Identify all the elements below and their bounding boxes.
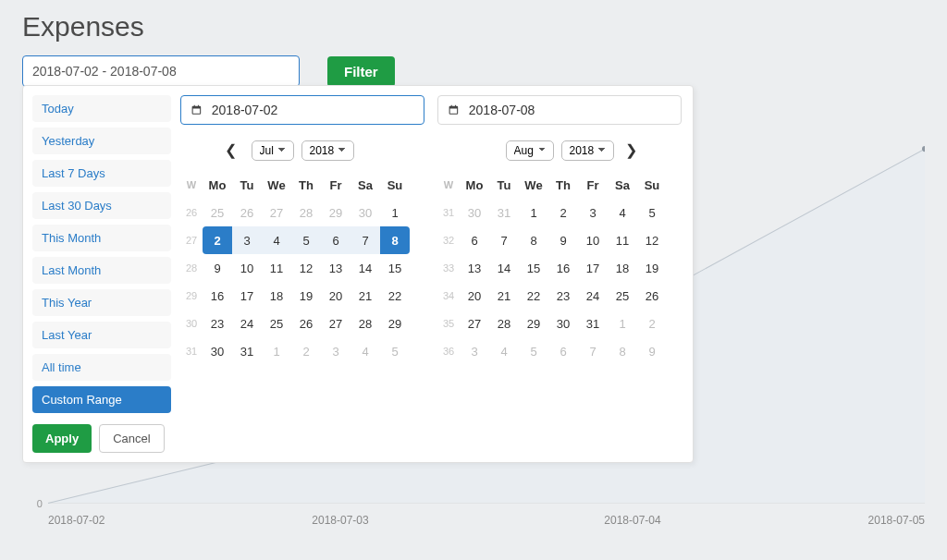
calendar-day[interactable]: 27 — [321, 310, 351, 337]
calendar-day[interactable]: 6 — [548, 337, 578, 365]
calendar-day[interactable]: 16 — [548, 254, 578, 282]
calendar-day[interactable]: 3 — [460, 337, 489, 365]
calendar-day[interactable]: 4 — [608, 199, 637, 226]
calendar-day[interactable]: 23 — [203, 310, 232, 337]
calendar-day[interactable]: 28 — [489, 310, 519, 337]
prev-month-button[interactable]: ❮ — [225, 141, 237, 159]
calendar-day[interactable]: 12 — [637, 226, 667, 254]
calendar-day[interactable]: 28 — [291, 199, 321, 226]
calendar-day[interactable]: 25 — [203, 199, 232, 226]
calendar-day[interactable]: 31 — [489, 199, 519, 226]
calendar-day[interactable]: 21 — [351, 282, 380, 310]
calendar-day[interactable]: 2 — [548, 199, 578, 226]
calendar-day[interactable]: 23 — [548, 282, 578, 310]
calendar-day[interactable]: 25 — [262, 310, 291, 337]
calendar-day[interactable]: 27 — [460, 310, 489, 337]
calendar-day[interactable]: 17 — [578, 254, 608, 282]
calendar-day[interactable]: 20 — [321, 282, 351, 310]
calendar-day[interactable]: 11 — [608, 226, 637, 254]
calendar-day[interactable]: 5 — [519, 337, 548, 365]
filter-button[interactable]: Filter — [327, 56, 395, 87]
calendar-day[interactable]: 29 — [519, 310, 548, 337]
preset-this-month[interactable]: This Month — [32, 225, 171, 251]
calendar-day[interactable]: 19 — [637, 254, 667, 282]
calendar-day[interactable]: 4 — [262, 226, 291, 254]
apply-button[interactable]: Apply — [32, 424, 92, 453]
preset-last-month[interactable]: Last Month — [32, 257, 171, 284]
calendar-day[interactable]: 13 — [321, 254, 351, 282]
preset-today[interactable]: Today — [32, 95, 171, 122]
calendar-day[interactable]: 3 — [578, 199, 608, 226]
right-date-field[interactable] — [437, 95, 682, 125]
cancel-button[interactable]: Cancel — [99, 424, 164, 453]
calendar-day[interactable]: 18 — [262, 282, 291, 310]
left-date-field[interactable] — [180, 95, 424, 125]
calendar-day[interactable]: 1 — [380, 199, 410, 226]
calendar-day[interactable]: 2 — [637, 310, 667, 337]
calendar-day[interactable]: 21 — [489, 282, 519, 310]
calendar-day[interactable]: 1 — [608, 310, 637, 337]
preset-yesterday[interactable]: Yesterday — [32, 128, 171, 154]
calendar-day[interactable]: 4 — [351, 337, 380, 365]
preset-last-year[interactable]: Last Year — [32, 322, 171, 348]
right-year-select[interactable]: 2018 — [561, 140, 614, 161]
calendar-day[interactable]: 5 — [291, 226, 321, 254]
calendar-day[interactable]: 1 — [519, 199, 548, 226]
calendar-day[interactable]: 29 — [380, 310, 410, 337]
calendar-day[interactable]: 11 — [262, 254, 291, 282]
calendar-day[interactable]: 28 — [351, 310, 380, 337]
calendar-day[interactable]: 27 — [262, 199, 291, 226]
calendar-day[interactable]: 24 — [232, 310, 262, 337]
preset-this-year[interactable]: This Year — [32, 289, 171, 316]
left-month-select[interactable]: Jul — [252, 140, 294, 161]
calendar-day[interactable]: 8 — [519, 226, 548, 254]
calendar-day[interactable]: 2 — [291, 337, 321, 365]
calendar-day[interactable]: 26 — [291, 310, 321, 337]
calendar-day[interactable]: 8 — [608, 337, 637, 365]
calendar-day[interactable]: 24 — [578, 282, 608, 310]
calendar-day[interactable]: 10 — [578, 226, 608, 254]
calendar-day[interactable]: 30 — [460, 199, 489, 226]
calendar-day[interactable]: 2 — [203, 226, 232, 254]
calendar-day[interactable]: 17 — [232, 282, 262, 310]
preset-last-30-days[interactable]: Last 30 Days — [32, 192, 171, 219]
calendar-day[interactable]: 22 — [519, 282, 548, 310]
preset-custom-range[interactable]: Custom Range — [32, 386, 171, 413]
calendar-day[interactable]: 20 — [460, 282, 489, 310]
preset-all-time[interactable]: All time — [32, 354, 171, 381]
calendar-day[interactable]: 5 — [637, 199, 667, 226]
calendar-day[interactable]: 26 — [232, 199, 262, 226]
calendar-day[interactable]: 31 — [578, 310, 608, 337]
calendar-day[interactable]: 4 — [489, 337, 519, 365]
preset-last-7-days[interactable]: Last 7 Days — [32, 160, 171, 187]
calendar-day[interactable]: 7 — [489, 226, 519, 254]
calendar-day[interactable]: 7 — [578, 337, 608, 365]
right-month-select[interactable]: Aug — [506, 140, 554, 161]
calendar-day[interactable]: 30 — [203, 337, 232, 365]
calendar-day[interactable]: 10 — [232, 254, 262, 282]
calendar-day[interactable]: 29 — [321, 199, 351, 226]
calendar-day[interactable]: 26 — [637, 282, 667, 310]
calendar-day[interactable]: 16 — [203, 282, 232, 310]
calendar-day[interactable]: 6 — [460, 226, 489, 254]
calendar-day[interactable]: 31 — [232, 337, 262, 365]
calendar-day[interactable]: 12 — [291, 254, 321, 282]
calendar-day[interactable]: 15 — [380, 254, 410, 282]
next-month-button[interactable]: ❯ — [625, 141, 637, 159]
calendar-day[interactable]: 14 — [351, 254, 380, 282]
calendar-day[interactable]: 1 — [262, 337, 291, 365]
left-date-input[interactable] — [210, 102, 414, 118]
calendar-day[interactable]: 6 — [321, 226, 351, 254]
calendar-day[interactable]: 30 — [548, 310, 578, 337]
calendar-day[interactable]: 19 — [291, 282, 321, 310]
calendar-day[interactable]: 22 — [380, 282, 410, 310]
calendar-day[interactable]: 5 — [380, 337, 410, 365]
calendar-day[interactable]: 25 — [608, 282, 637, 310]
calendar-day[interactable]: 18 — [608, 254, 637, 282]
right-date-input[interactable] — [467, 102, 671, 118]
calendar-day[interactable]: 14 — [489, 254, 519, 282]
calendar-day[interactable]: 9 — [203, 254, 232, 282]
calendar-day[interactable]: 9 — [548, 226, 578, 254]
left-year-select[interactable]: 2018 — [301, 140, 354, 161]
calendar-day[interactable]: 30 — [351, 199, 380, 226]
